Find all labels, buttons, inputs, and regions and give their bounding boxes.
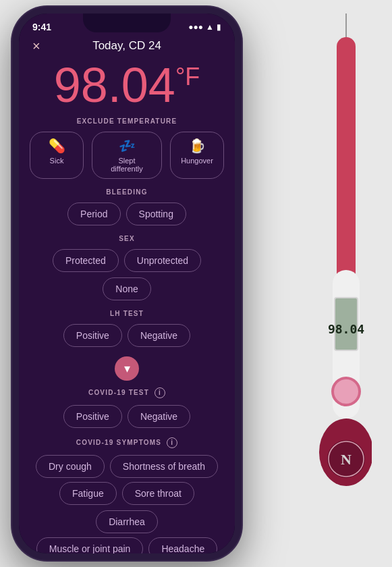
- protected-button[interactable]: Protected: [53, 249, 119, 272]
- svg-text:N: N: [341, 451, 352, 468]
- none-button[interactable]: None: [103, 277, 150, 300]
- signal-icon: ●●●: [188, 22, 203, 32]
- covid-test-info-icon[interactable]: i: [155, 387, 165, 398]
- temperature-value: 98.04°F: [54, 58, 200, 112]
- svg-point-7: [334, 379, 358, 404]
- exclude-buttons-row: 💊 Sick 💤 Slept differently 🍺 Hungover: [30, 132, 224, 179]
- hungover-icon: 🍺: [189, 138, 206, 154]
- sick-icon: 💊: [49, 138, 65, 154]
- fatigue-button[interactable]: Fatigue: [59, 482, 117, 505]
- battery-icon: ▮: [217, 22, 221, 32]
- slept-icon: 💤: [119, 138, 136, 154]
- hungover-button[interactable]: 🍺 Hungover: [170, 132, 224, 179]
- hungover-label: Hungover: [181, 157, 213, 165]
- temperature-unit: °F: [175, 63, 200, 90]
- unprotected-button[interactable]: Unprotected: [124, 249, 201, 272]
- lh-section: LH TEST Positive Negative: [30, 310, 224, 347]
- phone-screen: 9:41 ●●● ▲ ▮ × Today, CD 24 98.04°F: [19, 14, 235, 554]
- sex-buttons-row: Protected Unprotected None: [30, 249, 224, 300]
- lh-negative-button[interactable]: Negative: [128, 324, 190, 347]
- sore-throat-button[interactable]: Sore throat: [122, 482, 194, 505]
- headache-button[interactable]: Headache: [148, 537, 217, 554]
- covid-positive-button[interactable]: Positive: [63, 405, 122, 428]
- slept-differently-button[interactable]: 💤 Slept differently: [92, 132, 162, 179]
- svg-text:98.04: 98.04: [328, 322, 364, 336]
- header: × Today, CD 24: [19, 35, 235, 58]
- lh-positive-button[interactable]: Positive: [63, 324, 122, 347]
- lh-buttons-row: Positive Negative: [30, 324, 224, 347]
- status-icons: ●●● ▲ ▮: [188, 22, 221, 32]
- dry-cough-button[interactable]: Dry cough: [36, 455, 105, 478]
- period-button[interactable]: Period: [67, 202, 120, 225]
- covid-test-label: COVID-19 TEST i: [30, 387, 224, 398]
- bleeding-section: BLEEDING Period Spotting: [30, 188, 224, 225]
- symptoms-row-3: Muscle or joint pain Headache: [30, 537, 224, 554]
- phone-wrapper: 9:41 ●●● ▲ ▮ × Today, CD 24 98.04°F: [12, 7, 242, 560]
- covid-test-buttons-row: Positive Negative: [30, 405, 224, 428]
- status-time: 9:41: [32, 22, 51, 32]
- content-scroll[interactable]: EXCLUDE TEMPERATURE 💊 Sick 💤 Slept diffe…: [19, 117, 235, 554]
- sick-label: Sick: [50, 157, 64, 165]
- header-title: Today, CD 24: [92, 39, 161, 53]
- sex-label: SEX: [30, 235, 224, 242]
- exclude-section: EXCLUDE TEMPERATURE 💊 Sick 💤 Slept diffe…: [30, 117, 224, 179]
- notch: [83, 14, 171, 32]
- temperature-display: 98.04°F: [19, 58, 235, 117]
- muscle-joint-pain-button[interactable]: Muscle or joint pain: [36, 537, 144, 554]
- covid-test-section: COVID-19 TEST i Positive Negative: [30, 387, 224, 428]
- symptoms-row-1: Dry cough Shortness of breath: [30, 455, 224, 478]
- covid-symptoms-label: COVID-19 SYMPTOMS i: [30, 437, 224, 448]
- diarrhea-button[interactable]: Diarrhea: [96, 510, 158, 533]
- chevron-down-icon: ▾: [124, 361, 130, 376]
- covid-symptoms-section: COVID-19 SYMPTOMS i Dry cough Shortness …: [30, 437, 224, 554]
- expand-button[interactable]: ▾: [115, 356, 139, 381]
- lh-label: LH TEST: [30, 310, 224, 317]
- bleeding-buttons-row: Period Spotting: [30, 202, 224, 225]
- shortness-of-breath-button[interactable]: Shortness of breath: [110, 455, 218, 478]
- spotting-button[interactable]: Spotting: [126, 202, 186, 225]
- covid-negative-button[interactable]: Negative: [128, 405, 190, 428]
- close-button[interactable]: ×: [32, 38, 40, 54]
- wifi-icon: ▲: [206, 22, 214, 32]
- covid-symptoms-info-icon[interactable]: i: [167, 437, 177, 448]
- sick-button[interactable]: 💊 Sick: [30, 132, 84, 179]
- exclude-label: EXCLUDE TEMPERATURE: [30, 117, 224, 125]
- thermometer: 98.04 N: [304, 14, 372, 554]
- slept-label: Slept differently: [102, 157, 152, 173]
- sex-section: SEX Protected Unprotected None: [30, 235, 224, 300]
- phone-frame: 9:41 ●●● ▲ ▮ × Today, CD 24 98.04°F: [12, 7, 242, 560]
- symptoms-row-2: Fatigue Sore throat Diarrhea: [30, 482, 224, 533]
- bleeding-label: BLEEDING: [30, 188, 224, 196]
